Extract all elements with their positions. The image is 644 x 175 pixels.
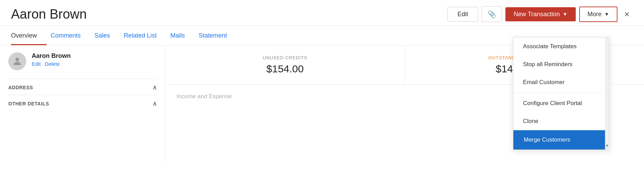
tab-mails[interactable]: Mails: [170, 26, 194, 45]
address-chevron-icon: ∧: [152, 84, 157, 91]
customer-name-block: Aaron Brown Edit Delete: [32, 52, 71, 67]
left-panel: Aaron Brown Edit Delete ADDRESS ∧ OTHER …: [0, 45, 165, 163]
new-transaction-button[interactable]: New Transaction ▼: [505, 7, 576, 21]
other-details-chevron-icon: ∧: [152, 100, 157, 107]
more-button[interactable]: More ▼: [579, 7, 617, 22]
other-details-label: OTHER DETAILS: [8, 101, 49, 106]
unused-credits-value: $154.00: [179, 63, 391, 75]
header: Aaron Brown Edit 📎 New Transaction ▼ Mor…: [0, 0, 644, 26]
dropdown-divider: [513, 93, 609, 93]
more-label: More: [587, 11, 602, 18]
attach-button[interactable]: 📎: [482, 6, 502, 22]
new-transaction-caret-icon: ▼: [563, 11, 567, 17]
unused-credits-label: UNUSED CREDITS: [179, 55, 391, 60]
dropdown-item-email-customer[interactable]: Email Customer: [513, 73, 609, 91]
dropdown-item-configure-portal[interactable]: Configure Client Portal: [513, 94, 609, 112]
new-transaction-label: New Transaction: [514, 11, 560, 18]
paperclip-icon: 📎: [487, 10, 496, 18]
page-title: Aaron Brown: [11, 7, 87, 22]
unused-credits-box: UNUSED CREDITS $154.00: [165, 45, 405, 84]
tab-comments[interactable]: Comments: [51, 26, 90, 45]
more-caret-icon: ▼: [604, 11, 609, 17]
dropdown-scrollbar[interactable]: ▼: [605, 38, 609, 150]
avatar: [8, 52, 26, 70]
customer-links: Edit Delete: [32, 61, 71, 67]
dropdown-item-associate-templates[interactable]: Associate Templates: [513, 38, 609, 55]
tab-related-list[interactable]: Related List: [124, 26, 166, 45]
dropdown-item-merge-customers[interactable]: Merge Customers: [513, 130, 609, 150]
scroll-down-icon: ▼: [605, 143, 609, 148]
close-button[interactable]: ×: [621, 8, 633, 21]
customer-name: Aaron Brown: [32, 52, 71, 60]
tab-overview[interactable]: Overview: [11, 26, 47, 45]
address-section-header[interactable]: ADDRESS ∧: [8, 79, 157, 95]
dropdown-item-clone[interactable]: Clone: [513, 112, 609, 130]
customer-edit-link[interactable]: Edit: [32, 61, 41, 67]
more-dropdown-menu: Associate Templates Stop all Reminders E…: [513, 37, 610, 150]
edit-button[interactable]: Edit: [447, 7, 478, 22]
person-icon: [12, 56, 23, 67]
header-actions: Edit 📎 New Transaction ▼ More ▼ ×: [447, 6, 633, 22]
tab-sales[interactable]: Sales: [94, 26, 120, 45]
address-label: ADDRESS: [8, 85, 33, 90]
customer-info: Aaron Brown Edit Delete: [8, 52, 157, 70]
customer-delete-link[interactable]: Delete: [45, 61, 60, 67]
dropdown-item-stop-reminders[interactable]: Stop all Reminders: [513, 55, 609, 73]
tab-statement[interactable]: Statement: [199, 26, 237, 45]
svg-point-0: [16, 58, 19, 61]
other-details-section-header[interactable]: OTHER DETAILS ∧: [8, 95, 157, 111]
